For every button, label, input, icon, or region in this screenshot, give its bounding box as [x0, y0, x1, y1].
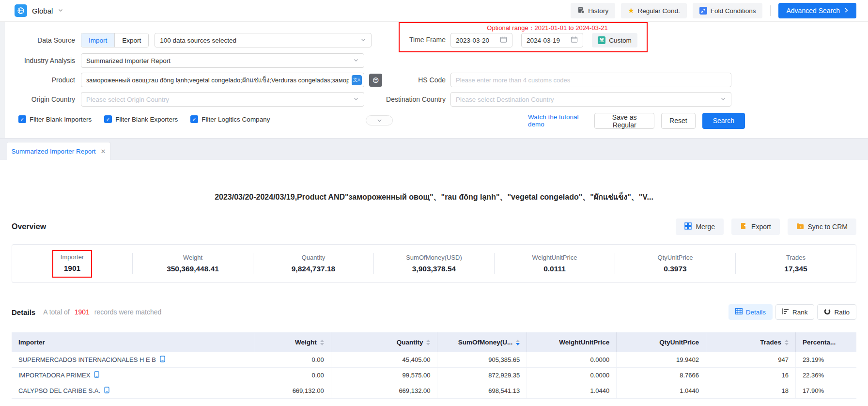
stat-value: 1901: [61, 264, 84, 273]
stat-label: Trades: [736, 254, 856, 261]
view-toggle: Details Rank Ratio: [728, 304, 856, 320]
details-table: Importer Weight Quantity SumOfMoney(U...…: [12, 332, 856, 399]
sort-icon-active-desc[interactable]: [516, 340, 520, 345]
chevron-down-icon: [720, 96, 726, 103]
qty-unit-price-cell: 19.9402: [617, 352, 706, 368]
app-root: Global History ★ Regular Cond. Fold Cond…: [0, 0, 868, 406]
custom-icon: ⌘: [598, 36, 605, 44]
import-tab[interactable]: Import: [81, 33, 114, 47]
view-rank-button[interactable]: Rank: [775, 304, 815, 320]
importer-cell[interactable]: IMPORTADORA PRIMEX: [12, 368, 255, 383]
region-selector[interactable]: Global: [15, 4, 63, 17]
table-header-row: Importer Weight Quantity SumOfMoney(U...…: [12, 332, 856, 352]
globe-icon: [15, 4, 27, 17]
overview-stats-card: Importer 1901 Weight 350,369,448.41 Quan…: [12, 244, 856, 283]
history-button[interactable]: History: [571, 3, 615, 18]
ratio-donut-icon: [824, 308, 831, 316]
regular-cond-button[interactable]: ★ Regular Cond.: [621, 3, 687, 18]
merge-button[interactable]: Merge: [676, 219, 724, 235]
col-sum-of-money[interactable]: SumOfMoney(U...: [437, 332, 527, 352]
reset-button[interactable]: Reset: [661, 113, 696, 129]
save-as-regular-button[interactable]: Save as Regular: [594, 113, 654, 129]
origin-country-placeholder: Please select Origin Country: [86, 96, 169, 103]
export-icon: [740, 222, 747, 231]
importer-cell[interactable]: CALYPSO DEL CARIBE S.A.: [12, 383, 255, 399]
chevron-down-icon: [376, 117, 383, 124]
close-icon[interactable]: ✕: [101, 148, 106, 155]
filter-logitics-company-label: Filter Logitics Company: [202, 116, 270, 123]
filter-checkbox-row: ✓ Filter Blank Importers ✓ Filter Blank …: [18, 115, 270, 123]
sync-to-crm-button[interactable]: Sync to CRM: [788, 219, 856, 235]
form-row-countries: Origin Country Please select Origin Coun…: [5, 92, 868, 107]
divider: [770, 5, 771, 16]
merge-icon: [684, 222, 692, 231]
stat-trades: Trades 17,345: [736, 254, 856, 273]
custom-range-button[interactable]: ⌘ Custom: [592, 33, 637, 47]
quantity-cell: 45,405.00: [331, 352, 437, 368]
sort-icon[interactable]: [785, 340, 789, 345]
fold-conditions-button[interactable]: Fold Conditions: [693, 3, 763, 18]
product-field-wrap: 文A: [81, 73, 364, 87]
search-button[interactable]: Search: [702, 113, 745, 129]
hs-code-input[interactable]: [456, 73, 726, 87]
stat-value: 0.0111: [495, 265, 615, 273]
filter-blank-importers-checkbox[interactable]: ✓ Filter Blank Importers: [18, 115, 92, 123]
time-frame-label: Time Frame: [339, 36, 446, 44]
stat-label: QtyUnitPrice: [615, 254, 735, 261]
matched-count: 1901: [75, 308, 90, 316]
star-icon: ★: [628, 6, 634, 15]
checkbox-checked-icon: ✓: [190, 115, 198, 123]
company-contact-icon[interactable]: [104, 387, 109, 395]
stat-value: 0.3973: [615, 265, 735, 273]
importer-cell[interactable]: SUPERMERCADOS INTERNACIONALES H E B: [12, 352, 255, 368]
export-tab[interactable]: Export: [114, 33, 148, 47]
company-contact-icon[interactable]: [160, 356, 165, 364]
table-icon: [735, 308, 743, 316]
filter-blank-exporters-label: Filter Blank Exporters: [115, 116, 178, 123]
qty-unit-price-cell: 1.0440: [617, 383, 706, 399]
regular-cond-label: Regular Cond.: [638, 7, 680, 15]
search-form: Optional range：2021-01-01 to 2024-03-21 …: [5, 21, 868, 138]
weight-unit-price-cell: 0.0000: [527, 352, 617, 368]
table-row: CALYPSO DEL CARIBE S.A. 669,132.00 669,1…: [12, 383, 856, 399]
filter-blank-exporters-checkbox[interactable]: ✓ Filter Blank Exporters: [104, 115, 178, 123]
end-date-value: 2024-03-19: [527, 37, 560, 44]
percentage-cell: 17.90%: [795, 383, 856, 399]
col-weight[interactable]: Weight: [255, 332, 331, 352]
industry-analysis-select[interactable]: Summarized Importer Report: [81, 53, 364, 68]
sort-icon[interactable]: [320, 340, 324, 345]
destination-country-select[interactable]: Please select Destination Country: [450, 92, 731, 107]
data-source-label: Data Source: [5, 36, 75, 44]
collapse-form-button[interactable]: [366, 115, 393, 125]
product-input[interactable]: [86, 73, 362, 87]
weight-unit-price-cell: 0.0000: [527, 368, 617, 383]
export-button[interactable]: Export: [731, 219, 779, 235]
view-ratio-button[interactable]: Ratio: [817, 304, 856, 320]
company-contact-icon[interactable]: [94, 371, 99, 379]
stat-sum-of-money: SumOfMoney(USD) 3,903,378.54: [374, 254, 494, 273]
advanced-search-button[interactable]: Advanced Search: [778, 3, 856, 18]
view-details-button[interactable]: Details: [728, 304, 773, 320]
topbar-actions: History ★ Regular Cond. Fold Conditions …: [571, 3, 856, 18]
tutorial-link[interactable]: Watch the tutorial demo: [528, 113, 588, 128]
trades-cell: 18: [706, 383, 796, 399]
origin-country-select[interactable]: Please select Origin Country: [81, 92, 364, 107]
start-date-input[interactable]: 2023-03-20: [450, 33, 512, 47]
tab-title: Summarized Importer Report: [12, 148, 96, 155]
col-weight-unit-price: WeightUnitPrice: [527, 332, 617, 352]
sum-of-money-cell: 698,541.13: [437, 383, 527, 399]
filter-logitics-company-checkbox[interactable]: ✓ Filter Logitics Company: [190, 115, 270, 123]
hs-code-label: HS Code: [339, 76, 446, 84]
sort-icon[interactable]: [426, 340, 430, 345]
destination-country-label: Destination Country: [339, 95, 446, 103]
industry-analysis-value: Summarized Importer Report: [86, 57, 170, 64]
stat-importer: Importer 1901: [12, 250, 132, 278]
sum-of-money-cell: 905,385.65: [437, 352, 527, 368]
chevron-down-icon: [58, 6, 63, 15]
tab-summarized-importer-report[interactable]: Summarized Importer Report ✕: [7, 142, 110, 160]
col-trades[interactable]: Trades: [706, 332, 796, 352]
col-quantity[interactable]: Quantity: [331, 332, 437, 352]
start-date-value: 2023-03-20: [456, 37, 489, 44]
destination-country-placeholder: Please select Destination Country: [456, 96, 554, 103]
end-date-input[interactable]: 2024-03-19: [521, 33, 583, 47]
